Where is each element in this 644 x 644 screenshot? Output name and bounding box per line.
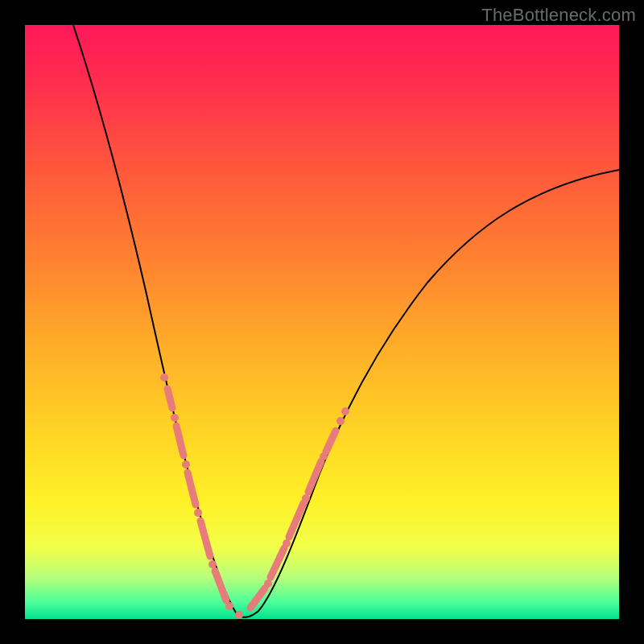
overlay-dots (160, 374, 349, 619)
plot-area (25, 25, 619, 619)
svg-point-16 (235, 611, 243, 619)
svg-point-11 (171, 414, 179, 422)
svg-line-2 (188, 473, 196, 505)
svg-point-19 (302, 494, 310, 502)
svg-line-3 (200, 521, 210, 556)
svg-point-14 (208, 560, 217, 568)
svg-point-21 (336, 417, 345, 425)
svg-point-20 (320, 452, 328, 460)
svg-line-6 (270, 548, 284, 577)
svg-line-9 (326, 431, 336, 452)
svg-line-1 (176, 426, 184, 456)
svg-point-15 (225, 602, 233, 610)
svg-point-13 (194, 509, 202, 517)
svg-point-17 (264, 580, 272, 588)
svg-point-10 (160, 374, 168, 382)
svg-line-0 (167, 389, 172, 408)
svg-point-12 (182, 460, 190, 469)
curve-layer (25, 25, 619, 619)
svg-line-4 (215, 571, 226, 601)
svg-point-22 (341, 407, 349, 415)
chart-frame: TheBottleneck.com (0, 0, 644, 644)
bottleneck-curve (73, 25, 619, 617)
watermark-text: TheBottleneck.com (481, 5, 636, 26)
svg-point-18 (283, 539, 291, 547)
